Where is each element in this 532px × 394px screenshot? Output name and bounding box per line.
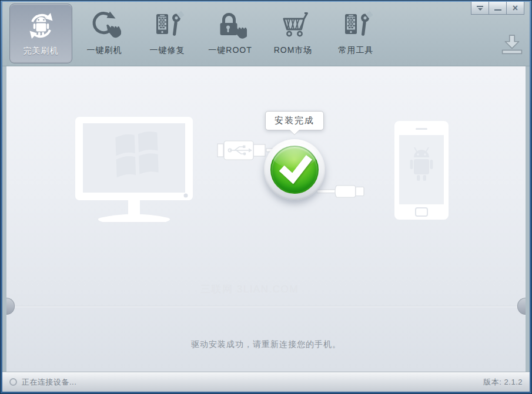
phone-wrench-icon [151, 9, 184, 42]
tab-label: 一键ROOT [208, 45, 252, 56]
lock-hand-icon [214, 9, 247, 42]
left-panel-handle[interactable] [6, 298, 15, 315]
window-controls: × [471, 2, 524, 15]
tab-label: 完美刷机 [24, 46, 59, 56]
minimize-icon [494, 9, 501, 11]
tab-label: 常用工具 [339, 45, 374, 56]
tab-label: 一键刷机 [87, 45, 122, 56]
tab-one-key-flash[interactable]: 一键刷机 [73, 2, 136, 66]
refresh-hand-icon [88, 9, 121, 42]
success-check-button[interactable] [264, 139, 325, 200]
main-toolbar: 完美刷机 一键刷机 [2, 2, 530, 66]
app-window: 完美刷机 一键刷机 [0, 0, 532, 394]
menu-icon [476, 5, 484, 11]
tab-perfect-flash[interactable]: 完美刷机 [9, 4, 72, 63]
shopping-cart-icon [277, 9, 310, 42]
main-content: 安装完成 [6, 66, 526, 372]
section-divider [6, 306, 526, 307]
check-icon [269, 143, 320, 197]
connecting-spinner-icon [9, 378, 17, 386]
android-phone-illustration [394, 121, 449, 222]
android-refresh-icon [25, 9, 58, 42]
tab-label: ROM市场 [274, 45, 313, 56]
install-complete-tooltip: 安装完成 [265, 111, 324, 130]
watermark-text: 三联网 3LIAN.COM [200, 282, 299, 296]
micro-usb-plug-illustration [317, 182, 367, 203]
tab-label: 一键修复 [150, 45, 185, 56]
tab-one-key-repair[interactable]: 一键修复 [136, 2, 199, 66]
close-icon: × [513, 4, 518, 13]
close-button[interactable]: × [506, 2, 524, 15]
status-bar: 正在连接设备... 版本: 2.1.2 [2, 372, 530, 392]
download-button[interactable] [501, 34, 523, 58]
driver-status-message: 驱动安装成功，请重新连接您的手机。 [6, 339, 526, 350]
phone-wrench-icon [340, 9, 373, 42]
app-body: 完美刷机 一键刷机 [2, 2, 530, 392]
connection-status-text: 正在连接设备... [22, 377, 483, 388]
minimize-button[interactable] [488, 2, 507, 15]
tab-one-key-root[interactable]: 一键ROOT [199, 2, 262, 66]
version-label: 版本: 2.1.2 [483, 377, 523, 388]
download-icon [501, 34, 523, 55]
tab-rom-market[interactable]: ROM市场 [262, 2, 324, 66]
right-panel-handle[interactable] [517, 298, 526, 315]
menu-button[interactable] [471, 2, 489, 15]
computer-monitor-illustration [74, 117, 198, 227]
tab-common-tools[interactable]: 常用工具 [324, 2, 387, 66]
